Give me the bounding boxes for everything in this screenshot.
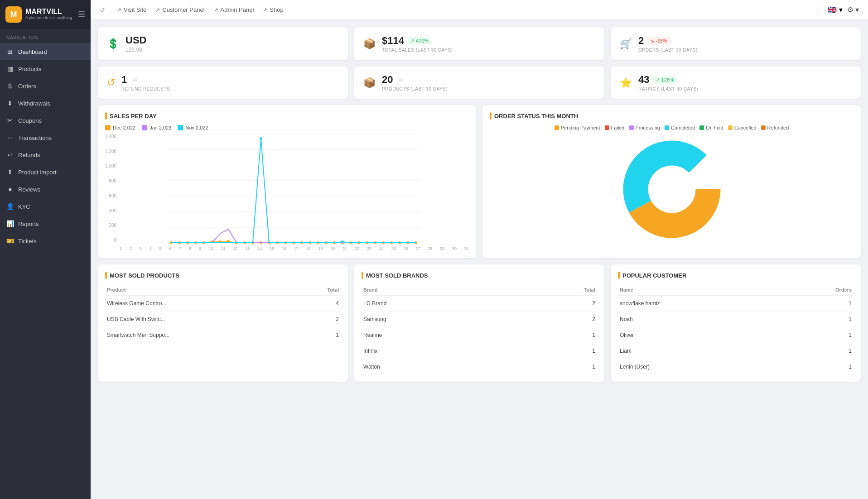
language-flag[interactable]: 🇬🇧 ▾	[828, 5, 842, 14]
sidebar-item-transactions[interactable]: ↔Transactions	[0, 129, 91, 146]
x-axis: 1234567891011121314151617181920212223242…	[120, 245, 469, 251]
refunded-label: Refunded	[767, 125, 789, 130]
table-row: Oliver1	[618, 327, 854, 343]
legend-nov-label: Nov 2,022	[185, 125, 208, 130]
y-0: 0	[105, 238, 116, 243]
brand-name: MARTVILL	[25, 8, 72, 15]
sidebar-label-products: Products	[18, 66, 41, 72]
brand-col-header: Brand	[362, 284, 512, 296]
brand-name: Walton	[362, 359, 512, 375]
legend-jan: Jan 2,023	[142, 125, 171, 130]
charts-row: SALES PER DAY Dec 2,022 Jan 2,023 Nov 2,…	[98, 105, 861, 258]
refunded-dot	[761, 125, 766, 130]
stat-refund-info: 1 ∞ REFUND REQUESTS	[121, 74, 170, 91]
table-row: Wireless Game Contro...4	[105, 296, 341, 312]
topbar-buttons: ↗Visit Site↗Customer Panel↗Admin Panel↗S…	[113, 5, 287, 15]
table-row: Realme1	[362, 327, 597, 343]
topbar-btn-admin-panel[interactable]: ↗Admin Panel	[210, 5, 258, 15]
legend-refunded: Refunded	[761, 125, 789, 130]
donut-legend: Pending Payment Failed Processing Comple…	[490, 125, 854, 130]
product-total: 1	[297, 327, 341, 343]
customer-name: snowflake hamiz	[618, 296, 780, 312]
refresh-icon[interactable]: ↺	[100, 6, 105, 14]
hamburger-icon[interactable]: ☰	[78, 10, 85, 19]
topbar-btn-customer-panel[interactable]: ↗Customer Panel	[152, 5, 208, 15]
y-axis: 1,400 1,200 1,000 800 600 400 200 0	[105, 134, 119, 243]
product-name: Smartwatch Men Suppo...	[105, 327, 297, 343]
legend-completed: Completed	[665, 125, 695, 130]
stat-ratings-info: 43 ↗ 126% RATINGS (LAST 30 DAYS)	[638, 74, 698, 91]
y-200: 200	[105, 223, 116, 228]
sidebar-item-withdrawals[interactable]: ⬇Withdrawals	[0, 95, 91, 112]
legend-pending: Pending Payment	[555, 125, 600, 130]
stat-sales-badge: ↗ 470%	[408, 37, 431, 45]
sidebar-item-reviews[interactable]: ★Reviews	[0, 181, 91, 198]
stat-sales-value: $114	[382, 35, 404, 47]
stat-sales-label: TOTAL SALES (LAST 30 DAYS)	[382, 48, 453, 53]
customer-name: Oliver	[618, 327, 780, 343]
sidebar-item-products[interactable]: ▦Products	[0, 60, 91, 77]
cart-icon: 🛒	[620, 38, 632, 50]
sidebar-item-dashboard[interactable]: ⊞Dashboard	[0, 43, 91, 60]
stat-products: 📦 20 ∞ PRODUCTS (LAST 30 DAYS)	[354, 67, 604, 99]
sidebar-item-refunds[interactable]: ↩Refunds	[0, 146, 91, 163]
kyc-icon: 👤	[6, 203, 14, 210]
settings-icon[interactable]: ⚙ ▾	[847, 5, 859, 14]
stat-products-info: 20 ∞ PRODUCTS (LAST 30 DAYS)	[382, 74, 448, 91]
sidebar-item-orders[interactable]: $Orders	[0, 77, 91, 95]
sidebar-item-reports[interactable]: 📊Reports	[0, 215, 91, 232]
stat-ratings-value: 43	[638, 74, 649, 86]
stat-usd-info: USD 129.98	[125, 34, 146, 53]
refunds-icon: ↩	[6, 151, 14, 158]
most-sold-brands-card: MOST SOLD BRANDS Brand Total LG Brand2Sa…	[354, 264, 604, 382]
topbar: ↺ ↗Visit Site↗Customer Panel↗Admin Panel…	[91, 0, 868, 20]
product-total: 4	[297, 296, 341, 312]
package-icon: 📦	[363, 38, 376, 50]
brands-table: Brand Total LG Brand2Samsung2Realme1Infi…	[362, 284, 597, 374]
reports-icon: 📊	[6, 220, 14, 227]
onhold-dot	[699, 125, 704, 130]
topbar-btn-visit-site[interactable]: ↗Visit Site	[113, 5, 150, 15]
stat-ratings-badge: ↗ 126%	[653, 76, 676, 84]
popular-customer-title: POPULAR CUSTOMER	[618, 272, 854, 279]
legend-jan-dot	[142, 125, 147, 130]
sales-chart-card: SALES PER DAY Dec 2,022 Jan 2,023 Nov 2,…	[98, 105, 476, 258]
name-col-header: Name	[618, 284, 780, 296]
box-icon: 📦	[363, 77, 376, 89]
popular-customer-card: POPULAR CUSTOMER Name Orders snowflake h…	[611, 264, 861, 382]
sidebar-label-kyc: KYC	[18, 203, 30, 210]
logo-text: MARTVILL A platform to sell anything	[25, 8, 72, 21]
sidebar-item-coupons[interactable]: ✂Coupons	[0, 112, 91, 129]
stat-refund-value: 1	[121, 74, 127, 86]
pending-label: Pending Payment	[561, 125, 600, 130]
table-row: Smartwatch Men Suppo...1	[105, 327, 341, 343]
brand-total: 1	[512, 327, 597, 343]
sidebar-label-transactions: Transactions	[18, 134, 52, 141]
sidebar-label-withdrawals: Withdrawals	[18, 100, 50, 107]
dollar-icon: 💲	[107, 38, 119, 50]
stats-row-1: 💲 USD 129.98 📦 $114 ↗ 470% TOTAL SALES (…	[98, 27, 861, 60]
stat-usd: 💲 USD 129.98	[98, 27, 348, 60]
brand-total: 2	[512, 296, 597, 312]
topbar-btn-shop[interactable]: ↗Shop	[259, 5, 287, 15]
y-1400: 1,400	[105, 134, 116, 139]
orders-icon: $	[6, 82, 14, 90]
dashboard-content: 💲 USD 129.98 📦 $114 ↗ 470% TOTAL SALES (…	[91, 20, 868, 499]
jan-line	[171, 229, 416, 243]
legend-nov: Nov 2,022	[178, 125, 208, 130]
chart-area: 1,400 1,200 1,000 800 600 400 200 0	[105, 134, 469, 245]
stat-orders: 🛒 2 ↘ -33% ORDERS (LAST 30 DAYS)	[611, 27, 861, 60]
external-icon: ↗	[155, 7, 160, 13]
sidebar-label-product-import: Product import	[18, 169, 57, 176]
donut-chart-wrap	[490, 135, 854, 244]
completed-label: Completed	[671, 125, 695, 130]
sidebar-item-kyc[interactable]: 👤KYC	[0, 198, 91, 215]
main-content: ↺ ↗Visit Site↗Customer Panel↗Admin Panel…	[91, 0, 868, 499]
tickets-icon: 🎫	[6, 237, 14, 245]
sidebar-item-product-import[interactable]: ⬆Product import	[0, 163, 91, 181]
stat-ratings: ⭐ 43 ↗ 126% RATINGS (LAST 30 DAYS)	[611, 67, 861, 99]
tables-row: MOST SOLD PRODUCTS Product Total Wireles…	[98, 264, 861, 382]
sidebar-item-tickets[interactable]: 🎫Tickets	[0, 232, 91, 250]
brand-name: Realme	[362, 327, 512, 343]
legend-nov-dot	[178, 125, 183, 130]
